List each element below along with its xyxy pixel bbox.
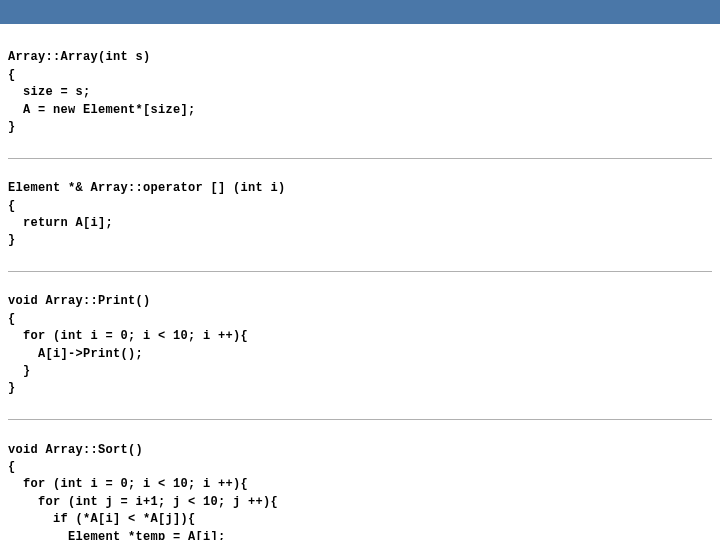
code-content: Array::Array(int s) { size = s; A = new … — [0, 24, 720, 540]
divider — [8, 271, 712, 272]
code-block-sort: void Array::Sort() { for (int i = 0; i <… — [8, 442, 712, 540]
title-bar — [0, 0, 720, 24]
divider — [8, 419, 712, 420]
code-block-constructor: Array::Array(int s) { size = s; A = new … — [8, 49, 712, 136]
code-block-print: void Array::Print() { for (int i = 0; i … — [8, 293, 712, 397]
code-block-operator: Element *& Array::operator [] (int i) { … — [8, 180, 712, 250]
divider — [8, 158, 712, 159]
